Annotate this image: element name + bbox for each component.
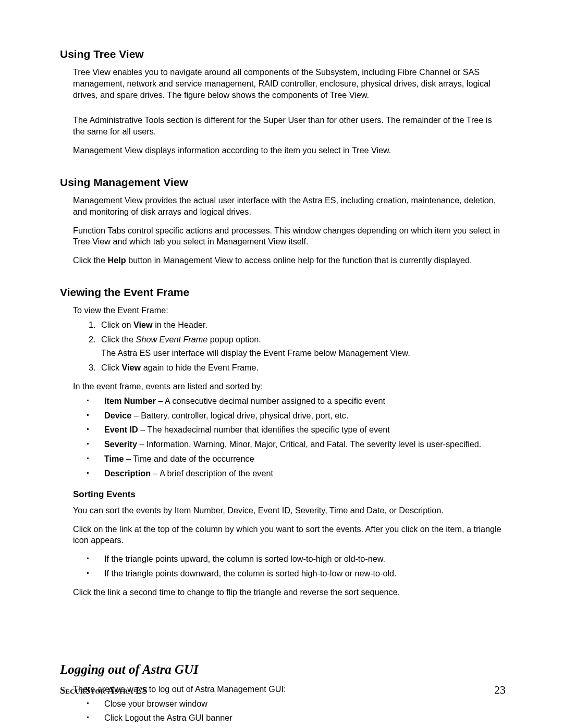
paragraph: To view the Event Frame: (73, 305, 506, 316)
footer-product-name: SecurStor Astra ES (60, 685, 148, 696)
field-name: Item Number (104, 396, 156, 405)
field-desc: – Battery, controller, logical drive, ph… (131, 411, 348, 420)
field-name: Description (104, 468, 151, 478)
list-item: Device – Battery, controller, logical dr… (87, 410, 506, 422)
text: Click the (101, 335, 136, 344)
list-item: Item Number – A consecutive decimal numb… (87, 396, 506, 407)
ordered-steps: Click on View in the Header. Click the S… (73, 319, 506, 373)
field-desc: – A brief description of the event (151, 468, 273, 478)
field-desc: – A consecutive decimal number assigned … (156, 396, 385, 405)
text: again to hide the Event Frame. (141, 363, 259, 372)
paragraph: In the event frame, events are listed an… (73, 381, 506, 392)
view-bold: View (122, 363, 141, 372)
field-name: Severity (104, 439, 137, 449)
step-item: Click the Show Event Frame popup option.… (98, 334, 506, 359)
list-item: Time – Time and date of the occurrence (87, 453, 506, 465)
list-item: If the triangle points upward, the colum… (87, 553, 506, 565)
paragraph: The Administrative Tools section is diff… (73, 115, 506, 138)
field-desc: – The hexadecimal number that identifies… (138, 425, 390, 434)
footer-page-number: 23 (494, 683, 506, 697)
step-item: Click on View in the Header. (98, 319, 506, 331)
text: button in Management View to access onli… (126, 255, 472, 265)
paragraph: Management View provides the actual user… (73, 195, 506, 218)
paragraph: Management View displays information acc… (73, 145, 506, 156)
text: Click (101, 363, 122, 372)
field-name: Device (104, 411, 131, 420)
show-event-frame-italic: Show Event Frame (136, 335, 208, 344)
step-item: Click View again to hide the Event Frame… (98, 362, 506, 374)
step-subtext: The Astra ES user interface will display… (101, 348, 506, 359)
heading-management-view: Using Management View (60, 175, 506, 190)
list-item: If the triangle points downward, the col… (87, 568, 506, 579)
paragraph: Function Tabs control specific actions a… (73, 225, 506, 248)
page-footer: SecurStor Astra ES 23 (60, 683, 506, 697)
text: Click the (73, 255, 108, 265)
event-fields-list: Item Number – A consecutive decimal numb… (73, 396, 506, 479)
sorting-bullets: If the triangle points upward, the colum… (73, 553, 506, 579)
list-item: Description – A brief description of the… (87, 468, 506, 479)
heading-tree-view: Using Tree View (60, 47, 506, 61)
paragraph: Click on the link at the top of the colu… (73, 524, 506, 547)
logout-bullets: Close your browser window Click Logout t… (73, 698, 506, 724)
field-name: Time (104, 454, 124, 463)
view-bold: View (133, 320, 153, 329)
heading-event-frame: Viewing the Event Frame (60, 285, 506, 300)
field-desc: – Time and date of the occurrence (124, 454, 254, 463)
list-item: Event ID – The hexadecimal number that i… (87, 424, 506, 436)
list-item: Severity – Information, Warning, Minor, … (87, 439, 506, 450)
field-desc: – Information, Warning, Minor, Major, Cr… (137, 439, 481, 449)
text: in the Header. (153, 320, 207, 329)
help-bold: Help (108, 255, 126, 265)
list-item: Click Logout the Astra GUI banner (87, 712, 506, 724)
paragraph: You can sort the events by Item Number, … (73, 505, 506, 516)
paragraph: Click the Help button in Management View… (73, 255, 506, 266)
page-content: Using Tree View Tree View enables you to… (60, 47, 506, 724)
list-item: Close your browser window (87, 698, 506, 710)
text: popup option. (207, 335, 261, 344)
field-name: Event ID (104, 425, 138, 434)
paragraph: Click the link a second time to change t… (73, 587, 506, 598)
paragraph: Tree View enables you to navigate around… (73, 67, 506, 101)
document-page: Using Tree View Tree View enables you to… (0, 0, 563, 728)
heading-logging-out: Logging out of Astra GUI (60, 661, 506, 678)
text: Click on (101, 320, 133, 329)
heading-sorting-events: Sorting Events (73, 489, 506, 501)
